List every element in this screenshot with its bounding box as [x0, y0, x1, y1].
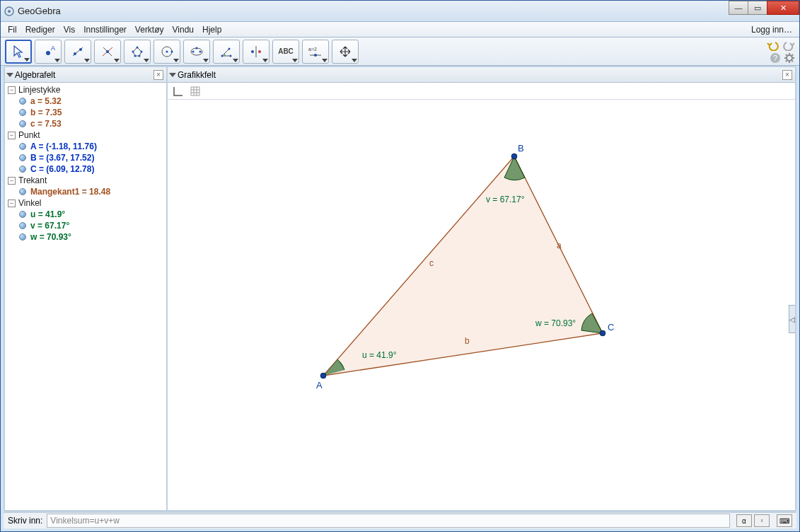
app-icon: [4, 6, 15, 17]
svg-point-34: [787, 55, 792, 61]
maximize-button[interactable]: ▭: [748, 1, 767, 15]
svg-point-5: [74, 52, 76, 55]
svg-text:a: a: [557, 241, 562, 250]
close-button[interactable]: ✕: [767, 1, 799, 15]
reflect-icon: [249, 45, 263, 59]
tool-perpendicular[interactable]: [94, 40, 121, 64]
svg-point-31: [314, 54, 317, 57]
item-mangekant[interactable]: Mangekant1 = 18.48: [5, 186, 166, 197]
command-input[interactable]: [47, 514, 730, 528]
dropdown-button[interactable]: ⦂: [754, 514, 770, 527]
visibility-icon[interactable]: [19, 188, 26, 195]
algebra-panel-header[interactable]: Algebrafelt ×: [5, 67, 166, 83]
visibility-icon[interactable]: [19, 154, 26, 161]
input-bar: Skriv inn: α ⦂ ⌨: [4, 511, 796, 528]
main-body: Algebrafelt × −Linjestykke a = 5.32 b = …: [4, 66, 796, 511]
line-icon: [71, 45, 85, 59]
svg-text:B: B: [518, 143, 524, 154]
tool-line[interactable]: [64, 40, 91, 64]
alpha-button[interactable]: α: [736, 514, 752, 527]
svg-point-23: [221, 54, 224, 57]
menu-hjelp[interactable]: Hjelp: [198, 25, 226, 35]
redo-button[interactable]: [782, 40, 795, 51]
keyboard-button[interactable]: ⌨: [777, 514, 792, 527]
visibility-icon[interactable]: [19, 166, 26, 173]
item-a[interactable]: a = 5.32: [5, 96, 166, 107]
svg-point-20: [192, 50, 195, 52]
graphics-panel-title: Grafikkfelt: [178, 70, 216, 80]
item-point-c[interactable]: C = (6.09, 12.78): [5, 163, 166, 175]
tool-text[interactable]: ABC: [272, 40, 299, 64]
item-w[interactable]: w = 70.93°: [5, 231, 166, 243]
graphics-close-button[interactable]: ×: [782, 70, 792, 80]
circle-icon: [160, 45, 174, 59]
polygon-icon: [130, 45, 144, 59]
menu-verktoy[interactable]: Verktøy: [131, 25, 168, 35]
visibility-icon[interactable]: [19, 143, 26, 150]
group-vinkel[interactable]: −Vinkel: [5, 197, 166, 209]
axes-toggle[interactable]: [172, 85, 185, 98]
graphics-canvas[interactable]: A B C a b c u = 41.9° v = 67.17° w = 70.…: [168, 100, 795, 510]
collapse-icon: [169, 73, 176, 77]
minimize-button[interactable]: —: [729, 1, 748, 15]
svg-point-14: [134, 54, 137, 57]
svg-point-21: [199, 50, 202, 52]
group-linjestykke[interactable]: −Linjestykke: [5, 84, 166, 96]
item-b[interactable]: b = 7.35: [5, 107, 166, 118]
move-view-icon: [338, 45, 352, 59]
toolbar-right: ?: [767, 40, 795, 64]
visibility-icon[interactable]: [19, 98, 26, 105]
svg-text:?: ?: [773, 54, 777, 62]
tool-polygon[interactable]: [124, 40, 151, 64]
item-point-a[interactable]: A = (-1.18, 11.76): [5, 141, 166, 152]
tool-move[interactable]: [5, 40, 32, 64]
graphics-panel-header[interactable]: Grafikkfelt ×: [168, 67, 795, 83]
tool-slider[interactable]: a=2: [302, 40, 329, 64]
login-link[interactable]: Logg inn…: [747, 25, 796, 35]
visibility-icon[interactable]: [19, 222, 26, 229]
help-icon[interactable]: ?: [770, 52, 781, 64]
visibility-icon[interactable]: [19, 109, 26, 116]
settings-icon[interactable]: [784, 52, 795, 64]
tool-point[interactable]: A: [35, 40, 62, 64]
grid-toggle[interactable]: [189, 85, 202, 98]
tool-angle[interactable]: [213, 40, 240, 64]
cursor-icon: [11, 45, 25, 59]
side-grip[interactable]: ◁: [789, 305, 796, 333]
menu-vindu[interactable]: Vindu: [168, 25, 198, 35]
tool-circle[interactable]: [153, 40, 180, 64]
slider-icon: a=2: [307, 45, 324, 59]
svg-text:w = 70.93°: w = 70.93°: [535, 318, 576, 328]
algebra-close-button[interactable]: ×: [153, 70, 163, 80]
visibility-icon[interactable]: [19, 233, 26, 241]
svg-point-27: [251, 50, 254, 53]
item-point-b[interactable]: B = (3.67, 17.52): [5, 152, 166, 163]
menubar: Fil Rediger Vis Innstillinger Verktøy Vi…: [1, 22, 799, 37]
tool-ellipse[interactable]: [183, 40, 210, 64]
group-punkt[interactable]: −Punkt: [5, 129, 166, 141]
item-c[interactable]: c = 7.53: [5, 118, 166, 129]
menu-vis[interactable]: Vis: [59, 25, 79, 35]
group-trekant[interactable]: −Trekant: [5, 175, 166, 186]
tool-reflect[interactable]: [243, 40, 269, 64]
item-v[interactable]: v = 67.17°: [5, 220, 166, 231]
visibility-icon[interactable]: [19, 211, 26, 218]
visibility-icon[interactable]: [19, 120, 26, 127]
text-icon: ABC: [278, 47, 294, 55]
svg-point-36: [320, 373, 326, 378]
item-u[interactable]: u = 41.9°: [5, 209, 166, 220]
svg-point-1: [8, 10, 11, 13]
svg-text:a=2: a=2: [308, 47, 317, 52]
tool-move-view[interactable]: [332, 40, 359, 64]
svg-marker-35: [323, 156, 603, 376]
svg-text:C: C: [608, 322, 614, 332]
app-window: GeoGebra — ▭ ✕ Fil Rediger Vis Innstilli…: [0, 0, 800, 532]
undo-button[interactable]: [767, 40, 779, 51]
menu-rediger[interactable]: Rediger: [21, 25, 59, 35]
svg-point-18: [171, 50, 173, 52]
svg-point-15: [132, 50, 134, 52]
svg-point-11: [137, 46, 139, 48]
menu-innstillinger[interactable]: Innstillinger: [79, 25, 131, 35]
svg-text:b: b: [465, 336, 470, 346]
menu-fil[interactable]: Fil: [4, 25, 21, 35]
